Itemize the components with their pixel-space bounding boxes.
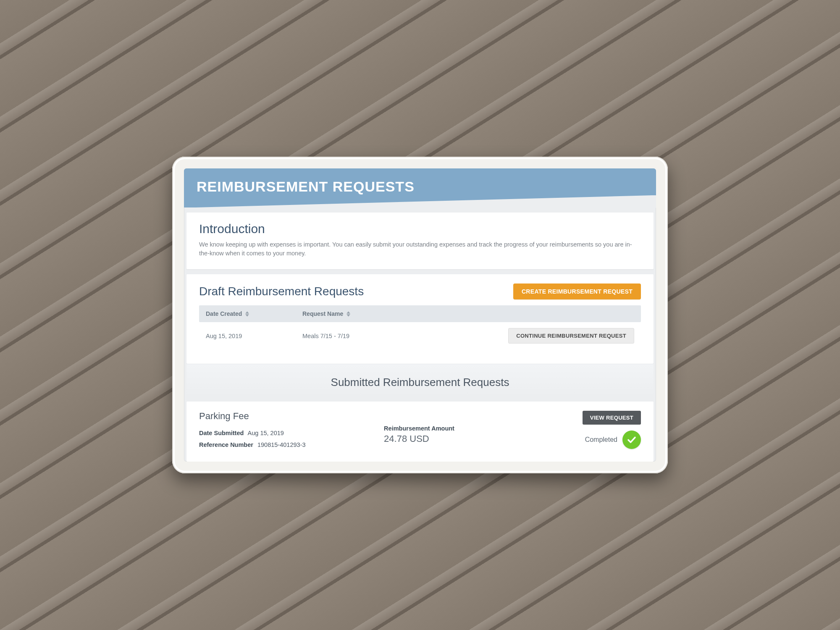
date-submitted-value: Aug 15, 2019 [248,430,284,436]
app-screen: REIMBURSEMENT REQUESTS Introduction We k… [184,168,656,462]
page-banner: REIMBURSEMENT REQUESTS [184,168,656,207]
reimbursement-amount-value: 24.78 USD [384,433,544,444]
drafts-table-header: Date Created Request Name [199,305,641,322]
sort-icon[interactable] [346,311,350,317]
submitted-item: Parking Fee Date Submitted Aug 15, 2019 … [186,402,654,462]
view-request-button[interactable]: VIEW REQUEST [583,411,641,425]
status-label: Completed [585,436,617,444]
intro-heading: Introduction [199,222,641,236]
draft-row-name: Meals 7/15 - 7/19 [302,333,500,339]
intro-body: We know keeping up with expenses is impo… [199,240,641,259]
intro-card: Introduction We know keeping up with exp… [186,213,654,270]
drafts-table: Date Created Request Name [199,305,641,353]
date-submitted-label: Date Submitted [199,430,244,436]
create-reimbursement-button[interactable]: CREATE REIMBURSEMENT REQUEST [513,284,641,299]
sort-icon[interactable] [245,311,249,317]
drafts-card: Draft Reimbursement Requests CREATE REIM… [186,274,654,364]
column-header-request-name[interactable]: Request Name [302,310,343,317]
draft-row-date: Aug 15, 2019 [206,333,302,339]
checkmark-icon [622,430,641,449]
reimbursement-amount-label: Reimbursement Amount [384,425,544,432]
continue-reimbursement-button[interactable]: CONTINUE REIMBURSEMENT REQUEST [508,328,634,344]
reference-number-value: 190815-401293-3 [257,441,306,448]
drafts-heading: Draft Reimbursement Requests [199,285,364,298]
tablet-frame: REIMBURSEMENT REQUESTS Introduction We k… [172,157,668,474]
submitted-item-title: Parking Fee [199,411,375,422]
submitted-heading: Submitted Reimbursement Requests [186,364,654,396]
column-header-date-created[interactable]: Date Created [206,310,242,317]
reference-number-label: Reference Number [199,441,253,448]
page-title: REIMBURSEMENT REQUESTS [197,178,643,195]
draft-row: Aug 15, 2019 Meals 7/15 - 7/19 CONTINUE … [199,322,641,353]
